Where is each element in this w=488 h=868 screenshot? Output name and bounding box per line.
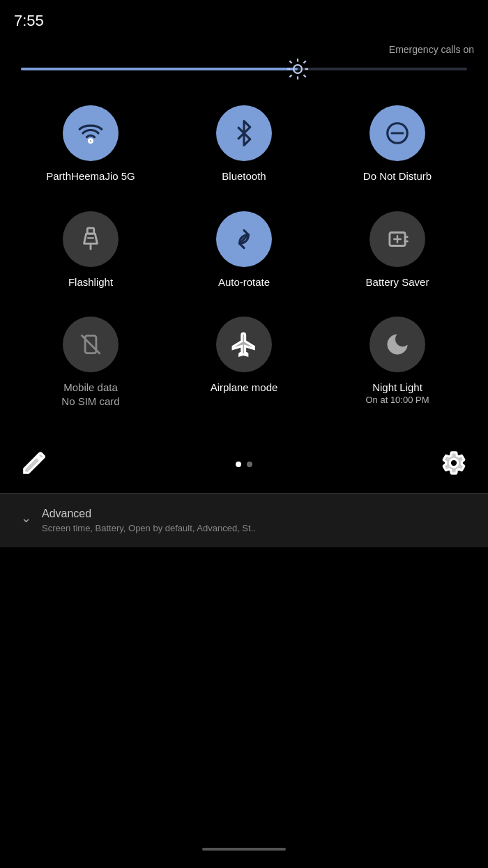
flashlight-tile-icon <box>63 211 119 267</box>
tile-wifi[interactable]: ParthHeemaJio 5G <box>14 91 167 197</box>
brightness-slider[interactable] <box>21 68 467 70</box>
advanced-text: Advanced Screen time, Battery, Open by d… <box>42 508 467 533</box>
quick-tiles-grid: ParthHeemaJio 5G Bluetooth Do Not Distur… <box>0 84 488 429</box>
chevron-down-icon: ⌄ <box>21 510 31 526</box>
svg-line-6 <box>303 75 305 77</box>
status-bar: 7:55 <box>0 0 488 38</box>
tile-flashlight[interactable]: Flashlight <box>14 197 167 303</box>
brightness-control[interactable] <box>0 61 488 84</box>
tile-dnd[interactable]: Do Not Disturb <box>321 91 474 197</box>
advanced-row[interactable]: ⌄ Advanced Screen time, Battery, Open by… <box>21 508 467 533</box>
bluetooth-tile-icon <box>216 105 272 161</box>
dnd-icon <box>384 120 411 146</box>
battery-saver-icon <box>384 226 411 252</box>
autorotate-tile-icon <box>216 211 272 267</box>
mobile-data-label-line2: No SIM card <box>61 395 119 409</box>
sun-icon <box>285 56 310 82</box>
home-indicator[interactable] <box>0 837 488 861</box>
svg-line-5 <box>289 61 291 63</box>
dnd-label: Do Not Disturb <box>363 169 432 183</box>
tile-night-light[interactable]: Night Light On at 10:00 PM <box>321 303 474 422</box>
tile-battery-saver[interactable]: Battery Saver <box>321 197 474 303</box>
tile-airplane[interactable]: Airplane mode <box>167 303 321 422</box>
autorotate-label: Auto-rotate <box>218 275 270 289</box>
page-dot-2 <box>247 462 252 467</box>
mobile-data-label-line1: Mobile data <box>61 381 119 395</box>
tile-autorotate[interactable]: Auto-rotate <box>167 197 321 303</box>
advanced-title: Advanced <box>42 508 467 520</box>
night-light-label-line1: Night Light <box>365 381 429 395</box>
tile-bluetooth[interactable]: Bluetooth <box>167 91 321 197</box>
pencil-icon <box>21 450 47 476</box>
airplane-tile-icon <box>216 317 272 372</box>
bottom-bar <box>0 436 488 493</box>
page-indicators <box>236 462 252 467</box>
flashlight-label: Flashlight <box>68 275 113 289</box>
airplane-label: Airplane mode <box>211 381 278 395</box>
svg-line-8 <box>289 75 291 77</box>
advanced-subtitle: Screen time, Battery, Open by default, A… <box>42 523 467 533</box>
bluetooth-label: Bluetooth <box>222 169 266 183</box>
svg-point-9 <box>89 139 93 143</box>
emergency-text: Emergency calls on <box>0 38 488 61</box>
airplane-icon <box>231 331 257 358</box>
page-dot-1 <box>236 462 241 467</box>
night-light-tile-icon <box>369 317 425 372</box>
svg-line-7 <box>303 61 305 63</box>
wifi-icon <box>77 120 104 146</box>
svg-point-0 <box>293 65 302 73</box>
mobile-data-tile-icon <box>63 317 119 372</box>
tile-mobile-data[interactable]: Mobile data No SIM card <box>14 303 167 422</box>
edit-button[interactable] <box>21 450 47 479</box>
wifi-tile-icon <box>63 105 119 161</box>
flashlight-icon <box>77 226 104 252</box>
night-light-icon <box>384 331 411 358</box>
dnd-tile-icon <box>369 105 425 161</box>
mobile-data-icon <box>77 331 104 358</box>
battery-saver-label: Battery Saver <box>366 275 429 289</box>
settings-icon <box>441 450 467 476</box>
night-light-label: Night Light On at 10:00 PM <box>365 381 429 406</box>
autorotate-icon <box>231 226 257 252</box>
wifi-label: ParthHeemaJio 5G <box>46 169 135 183</box>
home-bar <box>202 848 286 851</box>
mobile-data-label: Mobile data No SIM card <box>61 381 119 408</box>
settings-button[interactable] <box>441 450 467 479</box>
night-light-label-line2: On at 10:00 PM <box>365 395 429 406</box>
advanced-section[interactable]: ⌄ Advanced Screen time, Battery, Open by… <box>0 493 488 547</box>
brightness-thumb[interactable] <box>285 56 310 82</box>
brightness-fill <box>21 68 298 70</box>
battery-saver-tile-icon <box>369 211 425 267</box>
clock: 7:55 <box>14 12 44 30</box>
bluetooth-icon <box>231 120 257 146</box>
